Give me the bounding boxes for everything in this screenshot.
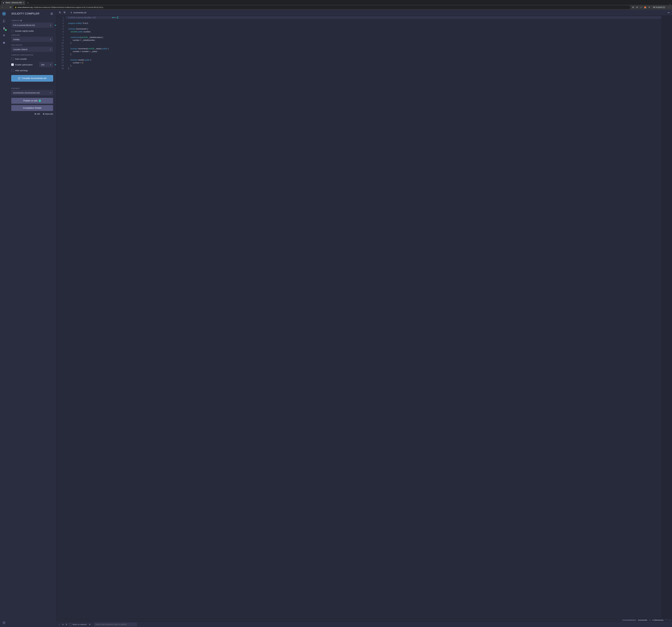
icon-rail: ✓ [0,10,8,627]
svg-rect-3 [35,114,36,115]
browser-icons: ⊕ 👁 ☆ 🦊 ✦ 🕶 Incognito (3) ⋮ [632,6,671,8]
tx-search-field[interactable] [96,623,135,625]
editor-status-bar: ContractDefinition Incrementer ↪ 0 refer… [56,619,672,622]
eye-off-icon[interactable]: 👁 [636,6,638,8]
listen-network-row[interactable]: listen on network [69,623,87,626]
nav-back-icon[interactable]: ← [1,6,4,8]
pending-tx-count: 0 [66,623,67,626]
new-tab-button[interactable]: + [26,1,30,5]
rail-plugin-icon[interactable] [2,40,6,45]
tx-search-input[interactable] [94,623,137,626]
label-config: COMPILER CONFIGURATION [11,54,53,56]
callout-3: 3 [54,63,56,67]
chevron-down-icon[interactable]: ⌄ [669,619,670,621]
editor-toolbar: 🔍︎ 🔍︎ Incrementer.sol ⇔ [56,10,672,16]
hide-warnings-row[interactable]: Hide warnings [11,69,53,72]
browser-tab[interactable]: ◆ Remix - Ethereum IDE × [1,1,25,5]
rail-settings-icon[interactable] [2,620,6,625]
publish-ipfs-button[interactable]: Publish on Ipfs IPFS [11,98,53,104]
label-compiler: COMPILER ⊞ [11,20,53,22]
incognito-chip[interactable]: 🕶 Incognito (3) [652,6,666,8]
browser-menu-icon[interactable]: ⋮ [668,6,670,8]
extensions-icon[interactable]: ✦ [648,6,650,8]
expand-icon[interactable]: ⇔ [668,11,670,14]
terminal-collapse-icon[interactable]: ⌄ [58,623,60,626]
auto-compile-checkbox[interactable] [11,58,14,60]
svg-rect-4 [35,113,35,114]
ipfs-icon: IPFS [39,100,41,102]
divider [8,84,56,85]
solidity-file-icon [70,11,72,14]
minimap[interactable] [661,16,672,619]
jump-icon[interactable]: ↪ [649,619,651,621]
runs-value: 200 [41,64,44,66]
enable-opt-label: Enable optimization [15,64,33,66]
compiler-select[interactable]: 0.8.2+commit.661d1103 ▲▼ [11,22,53,28]
terminal-bar: ⌄ ⊘ 0 listen on network 🔍︎ [56,622,672,627]
clear-icon[interactable]: ⊘ [62,623,64,626]
compiler-version: 0.8.2+commit.661d1103 [13,24,35,26]
listen-network-checkbox[interactable] [69,623,72,626]
auto-compile-row[interactable]: Auto compile [11,58,53,60]
chevron-up-icon[interactable]: ⌃ [665,619,667,621]
reference-count: 0 reference(s) [652,619,664,621]
chevron-updown-icon: ▲▼ [50,49,51,50]
extension-metamask-icon[interactable]: 🦊 [644,6,646,8]
label-evm: EVM VERSION [11,44,53,46]
runs-input[interactable]: 200 ▲▼ [39,62,53,67]
remix-app: ✓ SOLIDITY COMPILER COMPILER ⊞ [0,10,672,627]
contract-value: Incrementer (Incrementer.sol) [13,92,40,94]
contract-select[interactable]: Incrementer (Incrementer.sol) ▲▼ [11,90,53,95]
tab-title: Remix - Ethereum IDE [6,2,22,4]
enable-opt-checkbox[interactable]: ✓ [11,64,14,66]
copy-icon [34,113,36,115]
chevron-updown-icon: ▲▼ [50,92,51,94]
svg-rect-6 [43,113,44,114]
include-nightly-checkbox[interactable] [11,30,14,32]
nav-forward-icon: → [5,6,8,8]
hide-warnings-label: Hide warnings [15,69,28,72]
tab-close-icon[interactable]: × [23,2,24,4]
label-contract: CONTRACT [11,87,53,89]
evm-select[interactable]: compiler default ▲▼ [11,47,53,52]
chevron-updown-icon: ▲▼ [50,24,51,26]
compile-success-badge-icon: ✓ [5,29,7,31]
add-compiler-icon[interactable]: ⊞ [20,20,22,22]
panel-title: SOLIDITY COMPILER [11,12,39,15]
nav-reload-icon[interactable]: ⟳ [9,6,12,8]
bookmark-star-icon[interactable]: ☆ [640,6,642,8]
compilation-details-label: Compilation Details [23,107,42,109]
compile-button[interactable]: Compile Incrementer.sol [11,75,53,81]
rail-compiler-icon[interactable]: ✓ [2,26,6,31]
url-input[interactable]: 🔒 remix.ethereum.org/#optimize=true&runs… [13,5,630,9]
svg-point-1 [3,13,5,15]
include-nightly-row[interactable]: Include nightly builds [11,30,53,32]
copy-bytecode-button[interactable]: Bytecode [43,113,53,115]
enable-opt-row[interactable]: ✓ Enable optimization [11,64,37,66]
hide-warnings-checkbox[interactable] [11,69,14,72]
copy-abi-button[interactable]: ABI [34,113,40,115]
tabs-dropdown-icon[interactable]: ⌄ [668,3,672,5]
compilation-details-button[interactable]: Compilation Details [11,105,53,111]
incognito-label: Incognito (3) [656,6,665,8]
chevron-updown-icon: ▲▼ [50,39,51,40]
code-editor[interactable]: 12345678910111213141516171819 // SPDX-Li… [56,16,672,619]
search-icon[interactable]: 🔍︎ [89,623,91,626]
url-host: remix.ethereum.org [18,6,33,8]
code-area[interactable]: // SPDX-License-Identifier: MIT pragma s… [66,16,661,619]
lock-icon: 🔒 [15,6,17,8]
docs-icon[interactable] [50,12,53,15]
rail-deploy-icon[interactable] [2,33,6,38]
incognito-icon: 🕶 [653,6,655,8]
svg-point-2 [4,622,4,623]
zoom-in-icon[interactable]: 🔍︎ [64,11,66,14]
language-value: Solidity [13,38,20,41]
rail-logo-icon[interactable] [2,11,6,16]
url-rest: /#optimize=true&runs=200&evmVersion=null… [33,6,103,8]
zoom-indicator-icon[interactable]: ⊕ [632,6,634,8]
compiler-panel: SOLIDITY COMPILER COMPILER ⊞ 0.8.2+commi… [8,10,56,627]
rail-file-explorer-icon[interactable] [2,19,6,23]
language-select[interactable]: Solidity ▲▼ [11,37,53,42]
zoom-out-icon[interactable]: 🔍︎ [59,11,61,14]
label-language: LANGUAGE [11,34,53,36]
